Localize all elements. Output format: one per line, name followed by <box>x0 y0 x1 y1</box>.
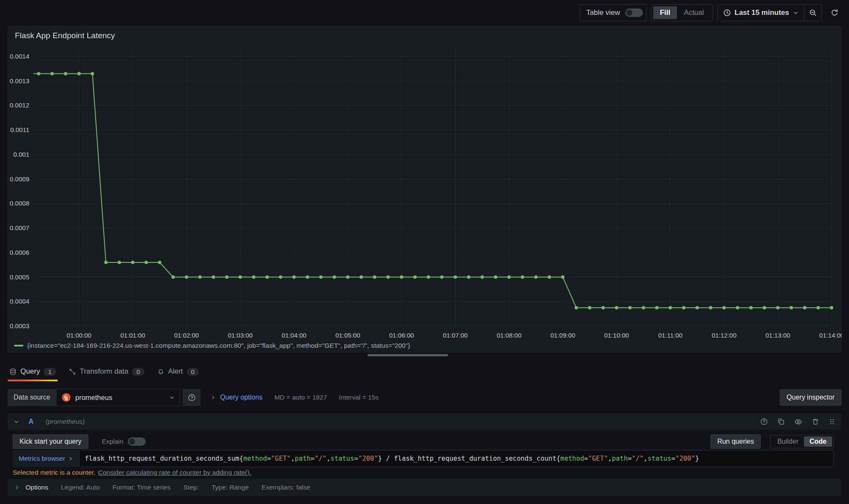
query-editor-toolbar: Kick start your query Explain Run querie… <box>13 434 834 449</box>
magnifier-minus-icon <box>809 9 817 17</box>
svg-text:01:03:00: 01:03:00 <box>228 332 253 339</box>
datasource-value: prometheus <box>75 394 112 402</box>
kick-start-query-button[interactable]: Kick start your query <box>13 434 88 449</box>
copy-icon <box>777 418 785 425</box>
svg-text:01:02:00: 01:02:00 <box>174 332 199 339</box>
svg-text:01:05:00: 01:05:00 <box>336 332 360 339</box>
step-option-summary: Step: <box>183 484 199 491</box>
tab-transform-data[interactable]: Transform data 0 <box>67 362 146 381</box>
query-count-badge: 1 <box>44 368 56 376</box>
fill-option[interactable]: Fill <box>653 6 677 19</box>
svg-text:01:00:00: 01:00:00 <box>67 332 91 339</box>
svg-text:01:14:00: 01:14:00 <box>819 332 842 339</box>
svg-text:01:01:00: 01:01:00 <box>120 332 145 339</box>
query-inspector-button[interactable]: Query inspector <box>780 389 841 405</box>
zoom-out-button[interactable] <box>804 5 821 21</box>
promql-query-input[interactable]: flask_http_request_duration_seconds_sum{… <box>79 450 834 467</box>
timeseries-panel: Flask App Endpoint Latency 0.00140.00130… <box>8 26 841 352</box>
explain-toggle[interactable] <box>128 437 146 446</box>
svg-text:0.001: 0.001 <box>13 151 29 158</box>
builder-code-segment: Builder Code <box>770 435 834 448</box>
options-label: Options <box>25 484 48 491</box>
datasource-bar: Data source prometheus Query options MD … <box>8 389 841 406</box>
svg-text:01:04:00: 01:04:00 <box>282 332 306 339</box>
refresh-button[interactable] <box>826 4 843 21</box>
metrics-browser-button[interactable]: Metrics browser <box>13 450 79 467</box>
time-range-label: Last 15 minutes <box>735 8 790 17</box>
svg-text:0.0012: 0.0012 <box>10 101 29 109</box>
svg-text:01:06:00: 01:06:00 <box>389 332 414 339</box>
svg-text:0.0004: 0.0004 <box>10 298 29 305</box>
query-options-label: Query options <box>220 394 262 401</box>
svg-text:01:09:00: 01:09:00 <box>550 332 575 339</box>
counter-warning: Selected metric is a counter.Consider ca… <box>13 469 251 476</box>
table-view-label: Table view <box>586 8 620 17</box>
top-toolbar: Table view Fill Actual Last 15 minutes <box>580 4 843 21</box>
chevron-down-icon <box>169 395 175 400</box>
svg-text:0.0008: 0.0008 <box>10 200 29 207</box>
bell-icon <box>157 368 164 375</box>
svg-text:01:07:00: 01:07:00 <box>443 332 468 339</box>
time-range-button[interactable]: Last 15 minutes <box>718 5 804 21</box>
svg-text:0.0011: 0.0011 <box>10 126 29 133</box>
query-row-header[interactable]: A (prometheus) <box>8 414 841 430</box>
help-circle-icon <box>760 418 768 425</box>
pane-splitter-handle[interactable] <box>367 354 448 356</box>
tab-label: Alert <box>168 367 183 376</box>
add-rate-link[interactable]: Consider calculating rate of counter by … <box>98 469 251 476</box>
svg-text:01:11:00: 01:11:00 <box>658 332 683 339</box>
grip-dots-icon <box>829 418 835 425</box>
tab-label: Transform data <box>80 367 129 376</box>
svg-text:01:13:00: 01:13:00 <box>765 332 790 339</box>
chevron-down-icon <box>793 10 798 16</box>
svg-text:0.0007: 0.0007 <box>10 224 29 231</box>
query-row-actions <box>760 418 835 426</box>
datasource-label: Data source <box>8 389 56 406</box>
explain-label: Explain <box>102 438 124 445</box>
svg-text:01:08:00: 01:08:00 <box>496 332 521 339</box>
interval-summary: Interval = 15s <box>339 394 378 401</box>
svg-text:01:10:00: 01:10:00 <box>604 332 629 339</box>
svg-text:0.0006: 0.0006 <box>10 249 29 256</box>
table-view-toggle[interactable] <box>625 8 643 17</box>
alert-count-badge: 0 <box>187 368 199 376</box>
actual-option[interactable]: Actual <box>677 6 711 19</box>
toggle-visibility-button[interactable] <box>794 418 802 426</box>
trash-icon <box>812 418 819 425</box>
code-option[interactable]: Code <box>804 436 832 447</box>
datasource-help-button[interactable] <box>183 389 200 406</box>
query-options-toggle[interactable]: Query options <box>211 394 262 401</box>
help-circle-icon <box>188 394 196 402</box>
tab-query[interactable]: Query 1 <box>8 362 58 381</box>
transform-count-badge: 0 <box>132 368 144 376</box>
format-option-summary: Format: Time series <box>113 484 171 491</box>
builder-option[interactable]: Builder <box>772 436 804 447</box>
query-datasource-hint: (prometheus) <box>45 418 85 425</box>
latency-chart[interactable]: 0.00140.00130.00120.00110.0010.00090.000… <box>8 45 842 343</box>
svg-text:01:12:00: 01:12:00 <box>712 332 736 339</box>
datasource-select[interactable]: prometheus <box>56 389 180 406</box>
duplicate-query-button[interactable] <box>777 418 785 425</box>
type-option-summary: Type: Range <box>212 484 249 491</box>
query-ref-id: A <box>28 417 34 426</box>
query-help-button[interactable] <box>760 418 768 425</box>
chevron-right-icon <box>14 485 20 490</box>
drag-handle[interactable] <box>829 418 835 425</box>
metrics-browser-label: Metrics browser <box>19 455 65 462</box>
tab-label: Query <box>20 367 40 376</box>
chart-legend: {instance="ec2-184-169-216-224.us-west-1… <box>14 342 410 349</box>
delete-query-button[interactable] <box>812 418 819 425</box>
panel-title: Flask App Endpoint Latency <box>15 31 115 40</box>
options-row[interactable]: Options Legend: Auto Format: Time series… <box>8 479 841 496</box>
promql-editor: Metrics browser flask_http_request_durat… <box>13 450 834 467</box>
series-label[interactable]: {instance="ec2-184-169-216-224.us-west-1… <box>27 342 410 349</box>
options-header: Options <box>14 484 48 491</box>
series-color-dash <box>14 345 23 346</box>
chevron-right-icon <box>211 395 216 400</box>
refresh-icon <box>831 9 838 17</box>
tab-alert[interactable]: Alert 0 <box>155 362 200 381</box>
run-queries-button[interactable]: Run queries <box>711 434 761 449</box>
table-view-control: Table view <box>580 4 646 21</box>
max-data-points-summary: MD = auto = 1827 <box>274 394 327 401</box>
promql-query: flask_http_request_duration_seconds_sum{… <box>85 455 699 462</box>
